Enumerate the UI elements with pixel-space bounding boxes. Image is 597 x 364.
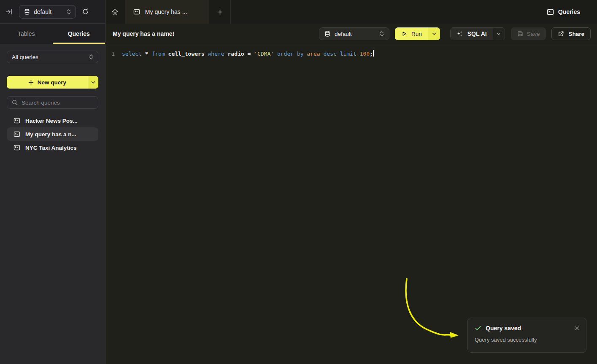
save-icon <box>517 31 523 37</box>
save-button[interactable]: Save <box>511 27 546 40</box>
tab-label: My query has ... <box>145 8 187 15</box>
terminal-icon <box>14 144 20 151</box>
sidebar-database-value: default <box>34 8 51 15</box>
chevron-down-icon <box>497 32 501 35</box>
collapse-sidebar-button[interactable] <box>5 8 13 16</box>
terminal-icon <box>133 8 140 15</box>
editor-database-selector[interactable]: default <box>319 27 389 40</box>
chevron-down-icon <box>432 32 436 35</box>
sql-ai-dropdown[interactable] <box>493 28 505 40</box>
query-filter-value: All queries <box>12 54 38 60</box>
query-header: My query has a name! default Run <box>105 24 597 44</box>
toast-header: Query saved <box>475 325 579 332</box>
home-tab[interactable] <box>105 0 125 24</box>
new-query-button[interactable]: New query <box>7 76 98 89</box>
sidebar-tabs: Tables Queries <box>0 24 105 44</box>
query-list: Hacker News Pos... My query has a n... N… <box>7 114 98 154</box>
sidebar-database-selector[interactable]: default <box>19 5 76 19</box>
run-button-main[interactable]: Run <box>395 27 428 40</box>
search-queries-input[interactable] <box>22 100 93 106</box>
code-line[interactable]: 1 select * from cell_towers where radio … <box>105 50 597 58</box>
toast-title: Query saved <box>486 325 521 332</box>
code-line-content: select * from cell_towers where radio = … <box>122 50 374 58</box>
query-title: My query has a name! <box>113 30 174 37</box>
plus-icon <box>28 80 34 85</box>
sql-ai-label: SQL AI <box>467 30 487 37</box>
refresh-button[interactable] <box>82 8 89 15</box>
query-list-item-label: NYC Taxi Analytics <box>25 145 77 151</box>
search-queries-box <box>7 96 98 109</box>
tab-group: My query has ... <box>105 0 231 24</box>
tab-queries[interactable]: Queries <box>53 24 105 44</box>
terminal-icon <box>14 131 20 138</box>
save-button-label: Save <box>527 31 540 37</box>
plus-icon <box>217 9 223 15</box>
query-list-item-label: My query has a n... <box>25 131 76 138</box>
new-query-main[interactable]: New query <box>7 76 88 89</box>
tab-tables[interactable]: Tables <box>0 24 53 44</box>
play-icon <box>401 31 407 37</box>
sidebar-body: All queries New query <box>0 44 105 161</box>
database-icon <box>24 9 30 15</box>
run-options-dropdown[interactable] <box>428 27 440 40</box>
new-query-dropdown[interactable] <box>88 76 98 89</box>
query-list-item[interactable]: Hacker News Pos... <box>7 114 98 127</box>
share-button[interactable]: Share <box>551 27 591 40</box>
close-icon <box>575 326 579 331</box>
queries-breadcrumb[interactable]: Queries <box>547 0 597 24</box>
run-button-label: Run <box>411 31 422 37</box>
check-icon <box>475 325 481 332</box>
database-icon <box>324 31 330 37</box>
line-number: 1 <box>105 50 115 58</box>
share-icon <box>558 31 564 37</box>
sparkles-icon <box>457 30 463 37</box>
home-icon <box>111 8 119 16</box>
refresh-icon <box>82 8 89 15</box>
queries-breadcrumb-label: Queries <box>558 8 580 15</box>
chevron-updown-icon <box>89 54 93 60</box>
tab-my-query[interactable]: My query has ... <box>125 0 209 24</box>
chevron-down-icon <box>91 81 95 84</box>
new-tab-button[interactable] <box>209 0 230 24</box>
search-icon <box>12 100 18 105</box>
toast-close-button[interactable] <box>575 326 579 331</box>
toast-query-saved: Query saved Query saved successfully <box>467 318 586 353</box>
share-button-label: Share <box>568 31 584 37</box>
tab-bar: My query has ... Queries <box>105 0 597 24</box>
toast-message: Query saved successfully <box>475 337 579 343</box>
terminal-icon <box>547 8 554 16</box>
sql-ai-main[interactable]: SQL AI <box>451 28 493 40</box>
sql-ai-button[interactable]: SQL AI <box>450 27 505 40</box>
new-query-label: New query <box>38 79 66 86</box>
sql-editor[interactable]: 1 select * from cell_towers where radio … <box>105 44 597 364</box>
sidebar: Tables Queries All queries New query <box>0 24 105 364</box>
terminal-icon <box>14 117 20 124</box>
query-list-item[interactable]: NYC Taxi Analytics <box>7 141 98 154</box>
run-button[interactable]: Run <box>395 27 440 40</box>
query-list-item[interactable]: My query has a n... <box>7 127 98 141</box>
query-list-item-label: Hacker News Pos... <box>25 118 78 124</box>
query-filter-select[interactable]: All queries <box>7 51 98 63</box>
chevron-updown-icon <box>67 9 71 15</box>
collapse-sidebar-icon <box>5 8 13 16</box>
sidebar-topbar: default <box>0 0 105 24</box>
text-cursor <box>373 50 374 57</box>
chevron-updown-icon <box>380 31 384 37</box>
editor-database-value: default <box>335 31 352 37</box>
